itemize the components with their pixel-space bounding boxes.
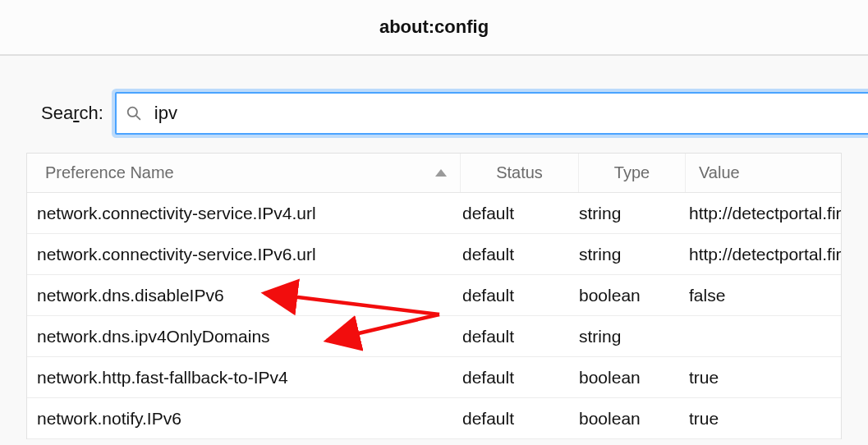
cell-value: false [686,286,841,305]
table-row[interactable]: network.dns.disableIPv6defaultbooleanfal… [27,275,841,316]
cell-type: boolean [579,409,686,429]
cell-name: network.notify.IPv6 [27,409,461,429]
cell-value: true [686,368,841,388]
svg-point-0 [128,108,137,117]
cell-name: network.dns.ipv4OnlyDomains [27,327,461,346]
cell-status: default [461,409,579,429]
cell-type: string [579,245,686,264]
column-header-name[interactable]: Preference Name [27,154,461,192]
table-body: network.connectivity-service.IPv4.urldef… [27,193,841,439]
table-row[interactable]: network.notify.IPv6defaultbooleantrue [27,398,841,439]
prefs-table: Preference Name Status Type Value networ… [26,153,842,439]
svg-line-1 [136,116,140,120]
cell-status: default [461,245,579,264]
cell-status: default [461,204,579,223]
cell-type: string [579,204,686,223]
column-header-status[interactable]: Status [461,154,579,192]
title-bar: about:config [0,0,868,56]
table-row[interactable]: network.connectivity-service.IPv6.urldef… [27,234,841,275]
column-header-type[interactable]: Type [579,154,686,192]
table-row[interactable]: network.http.fast-fallback-to-IPv4defaul… [27,357,841,398]
page-title: about:config [379,16,489,38]
cell-status: default [461,368,579,388]
column-header-value[interactable]: Value [686,154,841,192]
cell-value: http://detectportal.fir [686,245,841,264]
cell-name: network.dns.disableIPv6 [27,286,461,305]
search-input[interactable] [115,92,868,135]
cell-value: true [686,409,841,429]
table-header: Preference Name Status Type Value [27,154,841,193]
cell-type: string [579,327,686,346]
cell-status: default [461,286,579,305]
table-row[interactable]: network.dns.ipv4OnlyDomainsdefaultstring [27,316,841,357]
cell-value: http://detectportal.fir [686,204,841,223]
cell-type: boolean [579,286,686,305]
cell-name: network.connectivity-service.IPv6.url [27,245,461,264]
search-icon [126,106,141,121]
search-input-wrap [115,92,868,135]
search-row: Search: [0,56,868,153]
cell-status: default [461,327,579,346]
cell-name: network.http.fast-fallback-to-IPv4 [27,368,461,388]
search-label: Search: [41,103,103,124]
cell-name: network.connectivity-service.IPv4.url [27,204,461,223]
table-row[interactable]: network.connectivity-service.IPv4.urldef… [27,193,841,234]
sort-asc-icon [435,169,447,177]
cell-type: boolean [579,368,686,388]
